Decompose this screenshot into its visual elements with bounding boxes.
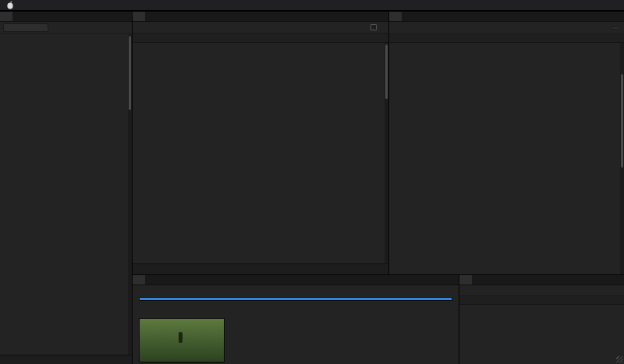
media-browser-footer — [0, 355, 132, 364]
media-tree — [0, 34, 48, 355]
queue-scrollbar[interactable] — [385, 43, 388, 263]
apply-preset-button[interactable] — [611, 27, 620, 30]
tab-watch-folders[interactable] — [459, 275, 472, 284]
encoding-progress-fill — [140, 298, 452, 300]
encoding-details — [231, 318, 452, 362]
renderer-bar — [133, 263, 388, 274]
panel-menu-icon[interactable] — [124, 12, 132, 21]
resize-grip[interactable] — [616, 356, 623, 363]
queue-panel — [133, 12, 388, 274]
queue-toolbar — [133, 22, 388, 34]
encoding-progress-bar — [139, 297, 452, 301]
panel-menu-icon[interactable] — [616, 275, 624, 284]
media-filter-dropdown[interactable] — [3, 23, 48, 32]
preset-browser-panel — [389, 12, 624, 274]
watch-folders-toolbar — [459, 285, 624, 296]
tab-queue[interactable] — [133, 12, 145, 21]
panel-menu-icon[interactable] — [451, 275, 459, 284]
panel-menu-icon[interactable] — [616, 12, 624, 21]
tab-media-browser[interactable] — [0, 12, 12, 21]
preset-scrollbar[interactable] — [620, 43, 624, 274]
auto-encode-checkbox[interactable] — [370, 24, 377, 30]
tab-encoding[interactable] — [133, 275, 145, 284]
queue-column-headers — [133, 34, 388, 43]
media-scrollbar[interactable] — [128, 34, 132, 355]
media-clip-list — [48, 34, 128, 355]
encoding-panel — [133, 275, 459, 364]
menubar — [0, 0, 624, 11]
media-browser-panel — [0, 12, 132, 364]
encoding-tabbar — [133, 275, 459, 285]
apple-menu-icon[interactable] — [6, 1, 14, 9]
preset-row-list — [389, 43, 620, 274]
tab-preset-browser[interactable] — [389, 12, 402, 21]
preset-column-headers — [389, 34, 624, 43]
media-browser-toolbar — [0, 22, 132, 34]
queue-row-list — [133, 43, 385, 263]
output-preview-image — [139, 318, 225, 362]
preset-browser-tabbar — [389, 12, 624, 22]
panel-menu-icon[interactable] — [381, 12, 388, 21]
watch-folders-column-headers — [459, 296, 624, 305]
watch-folders-tabbar — [459, 275, 624, 285]
media-browser-tabbar — [0, 12, 132, 22]
watch-folders-panel — [459, 275, 624, 364]
queue-tabbar — [133, 12, 388, 22]
preset-browser-toolbar — [389, 22, 624, 34]
